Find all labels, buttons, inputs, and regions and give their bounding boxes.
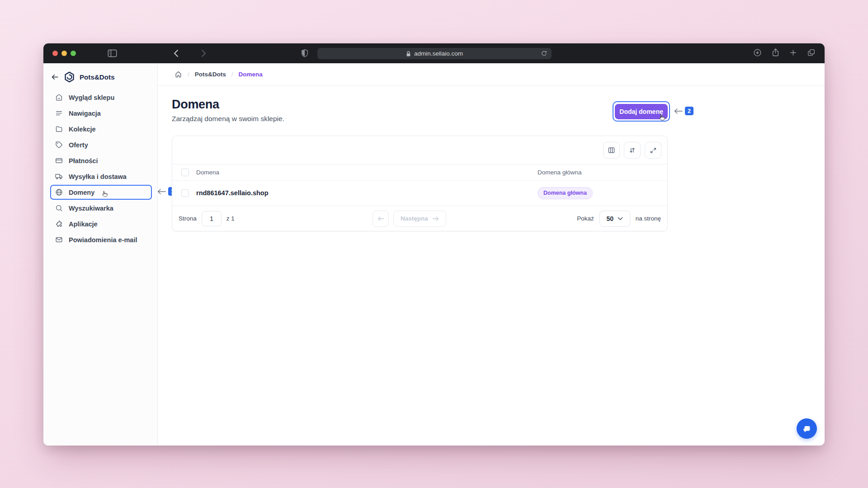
pagination-page-group: Strona z 1 — [179, 211, 235, 226]
sidebar-toggle-icon[interactable] — [108, 49, 117, 57]
breadcrumb: / Pots&Dots / Domena — [158, 63, 825, 86]
arrow-left-icon — [377, 216, 384, 221]
sidebar-item-label: Kolekcje — [69, 126, 96, 133]
select-all-checkbox[interactable] — [181, 169, 189, 176]
sidebar-item-wyszukiwarka[interactable]: Wyszukiwarka — [50, 201, 152, 216]
sidebar: Pots&Dots Wygląd sklepu Nawigacja — [43, 63, 158, 446]
sidebar-item-wysylka[interactable]: Wysyłka i dostawa — [50, 169, 152, 184]
row-checkbox[interactable] — [181, 189, 189, 197]
chat-bubble-icon — [802, 424, 812, 434]
mail-icon — [55, 236, 63, 244]
folder-icon — [55, 125, 63, 133]
columns-icon — [608, 146, 615, 154]
url-text: admin.sellaio.com — [414, 50, 463, 57]
sidebar-item-label: Domeny — [69, 189, 94, 196]
address-bar[interactable]: admin.sellaio.com — [317, 48, 552, 59]
globe-icon — [55, 188, 63, 196]
sidebar-item-label: Oferty — [69, 141, 88, 149]
tag-icon — [55, 141, 63, 149]
menu-lines-icon — [55, 109, 63, 117]
pagination: Strona z 1 Następna — [172, 206, 667, 231]
sort-icon — [628, 146, 636, 154]
back-button[interactable] — [174, 49, 179, 57]
sidebar-item-label: Wygląd sklepu — [69, 94, 114, 101]
table-header-row: Domena Domena główna — [172, 164, 667, 181]
forward-button[interactable] — [201, 49, 206, 57]
page-of-label: z 1 — [226, 215, 235, 222]
show-label: Pokaż — [577, 215, 594, 222]
hand-cursor-icon — [101, 191, 108, 198]
next-page-button[interactable]: Następna — [393, 211, 446, 227]
truck-icon — [55, 173, 63, 180]
arrow-right-icon — [432, 216, 439, 221]
breadcrumb-separator: / — [188, 71, 189, 78]
sidebar-item-label: Powiadomienia e-mail — [69, 236, 137, 244]
credit-card-icon — [55, 157, 63, 164]
annotation-arrow-icon — [674, 108, 683, 114]
add-domain-button[interactable]: Dodaj domenę — [615, 104, 668, 119]
columns-button[interactable] — [603, 142, 620, 159]
previous-page-button[interactable] — [373, 211, 389, 227]
per-page-select[interactable]: 50 — [599, 211, 630, 227]
page-head: Domena Zarządzaj domeną w swoim sklepie. — [172, 98, 284, 123]
zoom-window-button[interactable] — [71, 51, 76, 56]
expand-icon — [650, 147, 657, 154]
per-page-value: 50 — [606, 215, 613, 222]
annotation-number-badge: 2 — [685, 107, 693, 115]
brand-name: Pots&Dots — [80, 73, 115, 81]
puzzle-icon — [55, 220, 63, 228]
sidebar-item-kolekcje[interactable]: Kolekcje — [50, 122, 152, 136]
minimize-window-button[interactable] — [61, 51, 67, 56]
per-page-label: na stronę — [636, 215, 661, 222]
annotation-2: 2 — [674, 107, 693, 115]
chrome-right-icons — [753, 43, 816, 63]
collapse-sidebar-icon[interactable] — [51, 73, 59, 81]
browser-window: admin.sellaio.com — [43, 43, 825, 446]
sidebar-item-wyglad-sklepu[interactable]: Wygląd sklepu — [50, 90, 152, 105]
browser-chrome: admin.sellaio.com — [43, 43, 825, 63]
lock-icon — [406, 51, 411, 57]
sidebar-item-domeny[interactable]: Domeny — [50, 185, 152, 200]
page-label: Strona — [179, 215, 197, 222]
admin-app: Pots&Dots Wygląd sklepu Nawigacja — [43, 63, 825, 446]
search-icon — [55, 204, 63, 212]
sort-button[interactable] — [624, 142, 641, 159]
page-title: Domena — [172, 98, 284, 112]
sidebar-item-nawigacja[interactable]: Nawigacja — [50, 106, 152, 121]
downloads-icon[interactable] — [753, 48, 762, 59]
sidebar-item-platnosci[interactable]: Płatności — [50, 153, 152, 168]
sidebar-item-powiadomienia[interactable]: Powiadomienia e-mail — [50, 232, 152, 247]
brand-logo-icon — [64, 71, 75, 83]
sidebar-item-aplikacje[interactable]: Aplikacje — [50, 216, 152, 231]
chevron-down-icon — [618, 217, 623, 221]
shield-icon[interactable] — [301, 49, 308, 58]
table-toolbar — [603, 142, 661, 159]
home-icon[interactable] — [175, 70, 182, 78]
page-number-input[interactable] — [202, 211, 222, 226]
expand-button[interactable] — [645, 142, 661, 159]
sidebar-item-label: Nawigacja — [69, 110, 101, 117]
tab-overview-icon[interactable] — [807, 48, 816, 59]
reload-icon[interactable] — [541, 50, 547, 58]
storefront-icon — [55, 94, 63, 101]
share-icon[interactable] — [772, 48, 779, 59]
column-header-primary[interactable]: Domena główna — [538, 169, 582, 176]
column-header-domain[interactable]: Domena — [196, 169, 219, 176]
sidebar-item-label: Płatności — [69, 157, 98, 164]
sidebar-menu: Wygląd sklepu Nawigacja Kolekcje — [43, 90, 157, 247]
domain-cell[interactable]: rnd861647.sellaio.shop — [196, 189, 269, 197]
new-tab-icon[interactable] — [789, 49, 797, 58]
chat-launcher-button[interactable] — [797, 418, 817, 439]
sidebar-header: Pots&Dots — [43, 63, 157, 87]
close-window-button[interactable] — [52, 51, 58, 56]
breadcrumb-shop[interactable]: Pots&Dots — [195, 71, 226, 78]
main-content: / Pots&Dots / Domena Domena Zarządzaj do… — [158, 63, 825, 446]
next-page-label: Następna — [401, 215, 428, 222]
pagination-nav-group: Następna — [373, 211, 446, 227]
sidebar-item-oferty[interactable]: Oferty — [50, 137, 152, 152]
sidebar-item-label: Aplikacje — [69, 221, 98, 228]
breadcrumb-current[interactable]: Domena — [239, 71, 263, 78]
breadcrumb-separator: / — [231, 71, 233, 78]
page-subtitle: Zarządzaj domeną w swoim sklepie. — [172, 115, 284, 123]
table-row[interactable]: rnd861647.sellaio.shop Domena główna — [172, 180, 667, 206]
